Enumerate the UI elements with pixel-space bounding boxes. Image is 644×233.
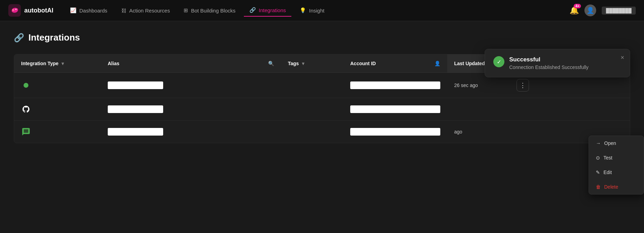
td-time-3: ago bbox=[447, 123, 510, 141]
td-alias-1 bbox=[101, 75, 281, 95]
integration-icon-green bbox=[21, 80, 31, 90]
bot-blocks-icon: ⊞ bbox=[184, 7, 188, 14]
dropdown-item-test[interactable]: ⊙ Test bbox=[589, 150, 644, 165]
td-tags-2 bbox=[281, 103, 343, 115]
navbar: autobotAI 📈 Dashboards ⛓ Action Resource… bbox=[0, 0, 644, 21]
td-actions-3 bbox=[510, 126, 558, 138]
integration-type-filter-icon[interactable]: ▼ bbox=[61, 61, 65, 66]
td-account-3 bbox=[343, 122, 447, 142]
notification-badge: 4+ bbox=[574, 4, 581, 8]
notification-button[interactable]: 🔔 4+ bbox=[570, 6, 579, 15]
logo[interactable]: autobotAI bbox=[8, 4, 53, 17]
account-redacted-3 bbox=[350, 128, 440, 136]
integrations-icon: 🔗 bbox=[249, 7, 256, 13]
delete-icon: 🗑 bbox=[596, 184, 601, 190]
svg-point-1 bbox=[12, 9, 14, 11]
td-tags-1 bbox=[281, 79, 343, 92]
main-content: 🔗 Integrations Integration Type ▼ Alias … bbox=[0, 21, 644, 154]
td-actions-2 bbox=[510, 103, 558, 115]
nav-right: 🔔 4+ 👤 ████████ bbox=[570, 5, 636, 16]
page-title: Integrations bbox=[28, 32, 80, 43]
dropdown-item-delete[interactable]: 🗑 Delete bbox=[589, 180, 644, 194]
alias-redacted-1 bbox=[108, 81, 163, 89]
nav-item-insight[interactable]: 💡 Insight bbox=[294, 5, 330, 16]
td-icon-2 bbox=[14, 98, 101, 120]
test-icon: ⊙ bbox=[596, 155, 600, 161]
th-alias: Alias 🔍 bbox=[101, 54, 281, 72]
account-redacted-2 bbox=[350, 105, 440, 113]
nav-item-integrations[interactable]: 🔗 Integrations bbox=[244, 4, 291, 17]
toast-title: Successful bbox=[509, 56, 589, 63]
td-alias-2 bbox=[101, 99, 281, 119]
edit-icon: ✎ bbox=[596, 170, 600, 175]
nav-item-action-resources[interactable]: ⛓ Action Resources bbox=[116, 5, 176, 16]
th-account-id: Account ID 👤 bbox=[343, 54, 447, 72]
account-person-icon[interactable]: 👤 bbox=[434, 61, 440, 66]
td-icon-1 bbox=[14, 74, 101, 96]
alias-redacted-2 bbox=[108, 105, 163, 113]
success-toast: ✓ Successful Connection Established Succ… bbox=[485, 49, 630, 77]
tags-filter-icon[interactable]: ▼ bbox=[301, 61, 306, 66]
dropdown-item-edit[interactable]: ✎ Edit bbox=[589, 165, 644, 180]
alias-search-icon[interactable]: 🔍 bbox=[268, 61, 274, 66]
toast-close-button[interactable]: × bbox=[620, 54, 624, 61]
td-account-2 bbox=[343, 99, 447, 119]
insight-icon: 💡 bbox=[300, 7, 306, 14]
td-alias-3 bbox=[101, 122, 281, 142]
table-row bbox=[14, 98, 630, 121]
th-tags: Tags ▼ bbox=[281, 54, 343, 72]
avatar[interactable]: 👤 bbox=[584, 5, 596, 16]
nav-item-dashboards[interactable]: 📈 Dashboards bbox=[64, 5, 113, 16]
nav-items: 📈 Dashboards ⛓ Action Resources ⊞ Bot Bu… bbox=[64, 4, 558, 17]
svg-point-2 bbox=[15, 9, 17, 10]
account-redacted-1 bbox=[350, 81, 440, 89]
nav-item-bot-building-blocks[interactable]: ⊞ Bot Building Blocks bbox=[178, 5, 241, 16]
td-time-2 bbox=[447, 103, 510, 115]
toast-message: Connection Established Successfully bbox=[509, 64, 589, 70]
chat-icon bbox=[21, 127, 31, 137]
td-icon-3 bbox=[14, 121, 101, 143]
open-icon: → bbox=[596, 140, 601, 146]
row-actions-button-1[interactable]: ⋮ bbox=[517, 79, 529, 92]
toast-check-icon: ✓ bbox=[493, 56, 504, 67]
logo-text: autobotAI bbox=[24, 7, 53, 14]
dashboards-icon: 📈 bbox=[70, 7, 77, 14]
actions-dropdown: → Open ⊙ Test ✎ Edit 🗑 Delete bbox=[589, 136, 644, 195]
user-name: ████████ bbox=[602, 7, 636, 15]
github-icon bbox=[21, 104, 31, 114]
td-time-1: 26 sec ago bbox=[447, 76, 510, 94]
th-integration-type: Integration Type ▼ bbox=[14, 54, 101, 72]
toast-content: Successful Connection Established Succes… bbox=[509, 56, 589, 70]
td-tags-3 bbox=[281, 126, 343, 138]
action-resources-icon: ⛓ bbox=[121, 8, 126, 14]
alias-redacted-3 bbox=[108, 128, 163, 136]
table-row: ago bbox=[14, 121, 630, 143]
td-account-1 bbox=[343, 75, 447, 95]
dropdown-item-open[interactable]: → Open bbox=[589, 136, 644, 150]
integrations-page-icon: 🔗 bbox=[14, 33, 24, 43]
page-title-container: 🔗 Integrations bbox=[14, 32, 630, 43]
green-status-dot bbox=[24, 83, 28, 88]
